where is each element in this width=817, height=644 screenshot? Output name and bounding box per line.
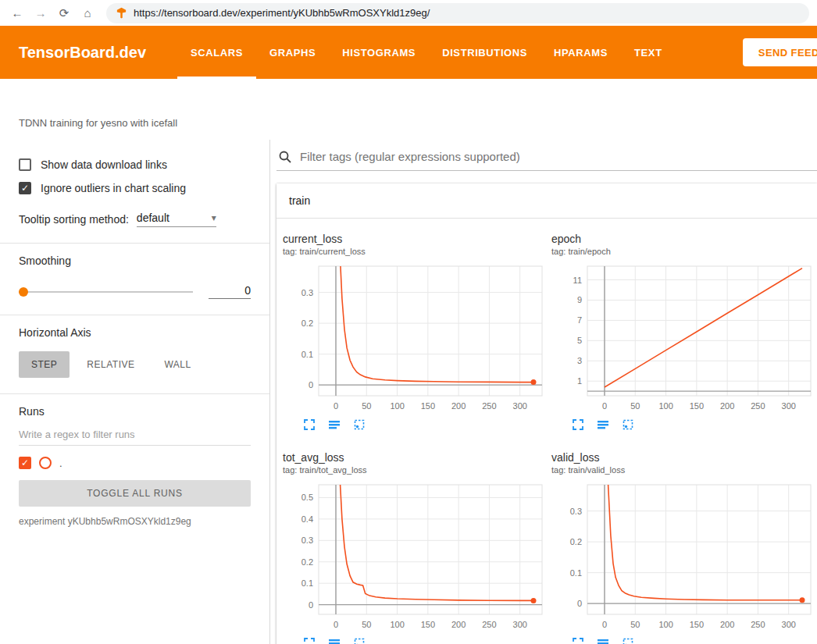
forward-icon[interactable]: → (31, 4, 50, 23)
tooltip-sorting-label: Tooltip sorting method: (19, 213, 129, 226)
home-icon[interactable]: ⌂ (78, 4, 97, 23)
chart-tag: tag: train/current_loss (283, 247, 550, 256)
reload-icon[interactable]: ⟳ (55, 4, 73, 23)
tab-histograms[interactable]: HISTOGRAMS (329, 26, 429, 79)
ignore-outliers-row[interactable]: ✓ Ignore outliers in chart scaling (19, 182, 251, 194)
data-table-icon[interactable] (597, 418, 609, 431)
svg-text:100: 100 (658, 401, 673, 411)
svg-text:5: 5 (577, 336, 582, 345)
svg-text:0: 0 (602, 401, 607, 411)
expand-chart-icon[interactable] (572, 637, 584, 644)
data-table-icon[interactable] (597, 637, 609, 644)
svg-text:0: 0 (334, 401, 338, 411)
chart-title: current_loss (283, 233, 550, 245)
axis-relative-button[interactable]: RELATIVE (74, 351, 147, 378)
chart-toolbar (551, 637, 817, 644)
chart-plot-current-loss[interactable]: 05010015020025030000.10.20.3 (283, 262, 547, 414)
chart-plot-epoch[interactable]: 0501001502002503001357911 (551, 262, 815, 414)
svg-text:0.1: 0.1 (570, 568, 582, 578)
svg-text:0.2: 0.2 (570, 537, 582, 546)
tag-filter-input[interactable] (298, 149, 817, 164)
page: ← → ⟳ ⌂ https://tensorboard.dev/experime… (0, 0, 817, 644)
chart-tag: tag: train/valid_loss (551, 465, 817, 475)
svg-text:0.3: 0.3 (301, 535, 313, 545)
svg-text:300: 300 (782, 620, 796, 629)
fit-domain-icon[interactable] (353, 637, 366, 644)
back-icon[interactable]: ← (8, 4, 27, 23)
svg-text:150: 150 (690, 620, 704, 629)
run-row[interactable]: ✓ . (19, 457, 251, 469)
fit-domain-icon[interactable] (622, 637, 634, 644)
address-bar[interactable]: https://tensorboard.dev/experiment/yKUbh… (106, 3, 809, 23)
tooltip-sorting-dropdown[interactable]: default ▾ (137, 212, 216, 227)
tooltip-sorting-value: default (137, 212, 169, 224)
smoothing-slider[interactable] (19, 291, 193, 293)
sidebar-section-smoothing: Smoothing 0 (0, 244, 269, 315)
data-table-icon[interactable] (328, 418, 341, 431)
tab-scalars[interactable]: SCALARS (177, 26, 256, 79)
smoothing-slider-thumb[interactable] (19, 287, 28, 297)
tab-text[interactable]: TEXT (621, 26, 676, 79)
chart-tag: tag: train/epoch (551, 247, 817, 256)
url-text: https://tensorboard.dev/experiment/yKUbh… (134, 7, 430, 19)
svg-text:250: 250 (751, 620, 765, 629)
horizontal-axis-label: Horizontal Axis (19, 326, 251, 339)
ignore-outliers-checkbox[interactable]: ✓ (19, 182, 31, 194)
chart-valid-loss: valid_loss tag: train/valid_loss 0501001… (551, 451, 817, 644)
svg-text:250: 250 (482, 401, 496, 411)
sidebar: Show data download links ✓ Ignore outlie… (0, 140, 270, 644)
fit-domain-icon[interactable] (622, 418, 634, 431)
chevron-down-icon: ▾ (212, 212, 216, 223)
show-download-links-row[interactable]: Show data download links (19, 158, 251, 171)
svg-text:11: 11 (573, 276, 582, 285)
svg-text:0: 0 (309, 380, 313, 390)
svg-text:300: 300 (513, 401, 527, 411)
chart-title: valid_loss (551, 451, 817, 464)
svg-text:250: 250 (751, 401, 765, 411)
smoothing-value[interactable]: 0 (209, 284, 251, 299)
content: Show data download links ✓ Ignore outlie… (0, 140, 817, 644)
app-header: TensorBoard.dev SCALARS GRAPHS HISTOGRAM… (0, 26, 817, 79)
svg-text:50: 50 (362, 620, 371, 629)
svg-text:0.1: 0.1 (301, 578, 313, 588)
chart-plot-tot-avg-loss[interactable]: 05010015020025030000.10.20.30.40.5 (283, 481, 547, 632)
axis-wall-button[interactable]: WALL (152, 351, 203, 378)
experiment-title-bar: TDNN training for yesno with icefall (0, 79, 817, 140)
chart-tag: tag: train/tot_avg_loss (283, 465, 550, 475)
expand-chart-icon[interactable] (572, 418, 584, 431)
tab-graphs[interactable]: GRAPHS (256, 26, 329, 79)
axis-step-button[interactable]: STEP (19, 351, 70, 378)
experiment-id: experiment yKUbhb5wRmOSXYkld1z9eg (19, 516, 251, 527)
chart-current-loss: current_loss tag: train/current_loss 050… (283, 233, 550, 431)
svg-text:0.4: 0.4 (301, 514, 313, 524)
svg-text:50: 50 (630, 401, 640, 411)
chart-toolbar (283, 418, 550, 431)
runs-filter-input[interactable] (19, 422, 251, 446)
tab-hparams[interactable]: HPARAMS (541, 26, 621, 79)
data-table-icon[interactable] (328, 637, 341, 644)
chart-plot-valid-loss[interactable]: 05010015020025030000.10.20.3 (551, 481, 815, 632)
svg-text:1: 1 (577, 376, 582, 386)
expand-chart-icon[interactable] (303, 637, 316, 644)
fit-domain-icon[interactable] (353, 418, 366, 431)
send-feedback-button[interactable]: SEND FEEDBACK (743, 38, 817, 66)
run-checkbox[interactable]: ✓ (19, 457, 31, 469)
ignore-outliers-label: Ignore outliers in chart scaling (41, 182, 186, 194)
svg-text:3: 3 (577, 356, 582, 365)
expand-chart-icon[interactable] (303, 418, 316, 431)
svg-text:100: 100 (390, 620, 404, 629)
svg-text:100: 100 (658, 620, 673, 629)
tag-group-header-train[interactable]: train (276, 183, 817, 219)
run-name: . (59, 457, 62, 469)
run-color-swatch (39, 457, 52, 469)
tag-filter-row (276, 144, 817, 171)
sidebar-section-runs: Runs ✓ . TOGGLE ALL RUNS experiment yKUb… (0, 394, 269, 543)
svg-text:0: 0 (602, 620, 607, 629)
main-content: train current_loss tag: train/current_lo… (270, 140, 817, 644)
chart-epoch: epoch tag: train/epoch 05010015020025030… (551, 233, 817, 431)
tab-distributions[interactable]: DISTRIBUTIONS (429, 26, 541, 79)
show-download-links-checkbox[interactable] (19, 158, 31, 171)
svg-text:150: 150 (421, 401, 435, 411)
toggle-all-runs-button[interactable]: TOGGLE ALL RUNS (19, 480, 251, 507)
smoothing-label: Smoothing (19, 254, 251, 267)
